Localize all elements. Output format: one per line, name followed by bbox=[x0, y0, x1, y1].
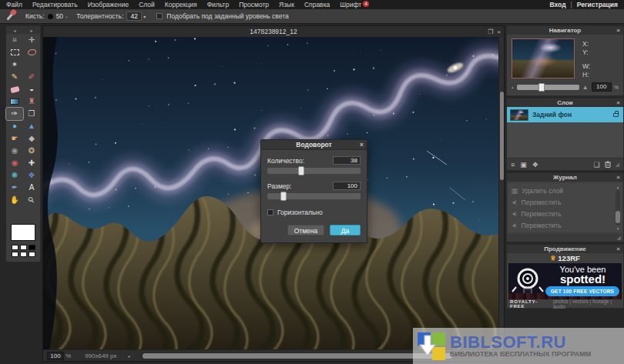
menu-item-9[interactable]: Справка bbox=[304, 1, 330, 8]
navigator-zoom-thumb[interactable] bbox=[538, 83, 545, 92]
pinch-tool[interactable]: ❖ bbox=[23, 169, 40, 182]
line-tool[interactable]: ✒ bbox=[6, 182, 23, 194]
background-layer-row[interactable]: Задний фон bbox=[507, 107, 623, 122]
dialog-close-icon[interactable]: × bbox=[360, 140, 364, 150]
media-categories[interactable]: photos | vectors | footage | audio bbox=[553, 299, 620, 309]
swatch-5[interactable] bbox=[20, 252, 27, 257]
layers-close-icon[interactable]: × bbox=[616, 99, 620, 107]
zoom-out-icon[interactable]: ▴ bbox=[512, 85, 514, 89]
layer-style-icon[interactable]: ❖ bbox=[532, 161, 538, 169]
vertical-scrollbar-thumb[interactable] bbox=[500, 92, 504, 180]
register-link[interactable]: Регистрация bbox=[577, 1, 618, 8]
hscroll-left-icon[interactable]: ◂ bbox=[128, 353, 130, 359]
marquee-tool[interactable] bbox=[6, 46, 23, 58]
palette-right-icon[interactable]: ▸ bbox=[30, 28, 32, 33]
amount-slider-thumb[interactable] bbox=[298, 166, 304, 175]
layer-settings-icon[interactable]: ≡ bbox=[511, 161, 515, 169]
brush-preview-icon[interactable] bbox=[48, 14, 53, 19]
gradient-tool[interactable] bbox=[6, 95, 23, 108]
canvas-vertical-scrollbar[interactable] bbox=[498, 37, 504, 349]
layers-resize-grip-icon[interactable]: ◢ bbox=[616, 162, 619, 168]
navigator-thumbnail[interactable] bbox=[512, 38, 575, 78]
sharpen-tool[interactable]: ▲ bbox=[23, 120, 40, 132]
layer-lock-icon[interactable] bbox=[613, 113, 619, 117]
menu-item-1[interactable]: Файл bbox=[6, 1, 22, 8]
zoom-tool[interactable]: ⚲ bbox=[23, 194, 40, 206]
horizontal-checkbox[interactable] bbox=[267, 209, 273, 215]
dialog-titlebar[interactable]: Водоворот × bbox=[261, 140, 367, 150]
eraser-tool[interactable] bbox=[6, 83, 23, 95]
menu-item-4[interactable]: Слой bbox=[139, 1, 155, 8]
delete-layer-trash-icon[interactable] bbox=[605, 161, 611, 168]
promo-brand-row[interactable]: ♕ 123RF bbox=[507, 253, 623, 263]
history-item-2[interactable]: ➤Переместить bbox=[512, 196, 620, 208]
layers-titlebar[interactable]: Слои × bbox=[507, 99, 623, 107]
pencil-tool[interactable]: ✎ bbox=[6, 71, 23, 83]
primary-color-swatch[interactable] bbox=[11, 224, 35, 241]
brush-tool[interactable]: ✐ bbox=[23, 71, 40, 83]
menu-item-10[interactable]: Шрифт4 bbox=[340, 1, 369, 8]
login-link[interactable]: Вход bbox=[550, 1, 566, 8]
menu-item-5[interactable]: Коррекция bbox=[165, 1, 197, 8]
size-slider[interactable] bbox=[267, 193, 361, 199]
history-resize-grip-icon[interactable]: ◢ bbox=[617, 235, 621, 241]
brush-size-value[interactable]: 50 bbox=[56, 12, 63, 20]
zoom-level-box[interactable]: 100 bbox=[47, 352, 64, 360]
history-scroll-up-icon[interactable]: ▴ bbox=[617, 185, 619, 189]
navigator-close-icon[interactable]: × bbox=[616, 26, 620, 35]
size-input[interactable]: 100 bbox=[333, 182, 361, 190]
type-tool[interactable]: A bbox=[23, 182, 40, 194]
crop-tool[interactable]: ⌗ bbox=[6, 34, 23, 46]
tolerance-input[interactable]: 42 bbox=[126, 12, 142, 21]
wand-tool[interactable]: ✶ bbox=[6, 58, 23, 71]
history-item-1[interactable]: ▦Удалить слой bbox=[512, 185, 620, 196]
swatch-2[interactable] bbox=[20, 245, 27, 250]
menu-item-3[interactable]: Изображение bbox=[88, 1, 129, 8]
swatch-1[interactable] bbox=[12, 245, 18, 250]
history-item-4[interactable]: ➤Переместить bbox=[512, 219, 620, 231]
stamp-tool[interactable]: ♜ bbox=[23, 95, 40, 108]
promo-close-icon[interactable]: × bbox=[616, 245, 620, 253]
swatch-3[interactable] bbox=[29, 245, 35, 250]
menu-item-2[interactable]: Редактировать bbox=[32, 1, 78, 8]
brush-size-spinner-icon[interactable]: ⌄ bbox=[65, 14, 69, 18]
draw-tool[interactable]: ✑ bbox=[6, 108, 23, 120]
ok-button[interactable]: Да bbox=[330, 225, 361, 235]
tolerance-dropdown-icon[interactable]: ▾ bbox=[143, 14, 146, 19]
history-scrollbar[interactable]: ▴ ▾ bbox=[615, 185, 621, 231]
zoom-in-icon[interactable]: ▲ bbox=[582, 84, 589, 91]
bucket-tool[interactable]: ◒ bbox=[23, 83, 40, 95]
menu-item-8[interactable]: Язык bbox=[279, 1, 294, 8]
finger-tool[interactable]: ☛ bbox=[6, 132, 23, 145]
history-scroll-thumb[interactable] bbox=[616, 211, 620, 223]
new-layer-icon[interactable]: ❏ bbox=[594, 161, 600, 169]
horizontal-scrollbar-thumb[interactable] bbox=[143, 353, 452, 359]
palette-left-icon[interactable]: ◂ bbox=[13, 28, 15, 33]
navigator-zoom-value[interactable]: 100 bbox=[592, 82, 612, 92]
red-eye-tool[interactable]: ◉ bbox=[6, 157, 23, 169]
image-window-titlebar[interactable]: 1478238912_12 ❐ × bbox=[43, 26, 504, 37]
blur-tool[interactable]: ● bbox=[6, 120, 23, 132]
history-scroll-down-icon[interactable]: ▾ bbox=[617, 226, 619, 231]
cancel-button[interactable]: Отмена bbox=[287, 225, 324, 235]
menu-item-7[interactable]: Просмотр bbox=[239, 1, 269, 8]
layer-mask-icon[interactable]: ▣ bbox=[520, 161, 527, 169]
size-slider-thumb[interactable] bbox=[280, 192, 287, 201]
get-vectors-button[interactable]: GET 100 FREE VECTORS bbox=[545, 286, 619, 296]
amount-slider[interactable] bbox=[267, 168, 361, 174]
history-titlebar[interactable]: Журнал × bbox=[507, 173, 623, 182]
hand-tool[interactable]: ✋ bbox=[6, 194, 23, 206]
navigator-zoom-slider[interactable] bbox=[517, 85, 579, 90]
swatch-6[interactable] bbox=[29, 252, 35, 257]
window-restore-icon[interactable]: ❐ bbox=[488, 28, 493, 35]
burn-tool[interactable]: ❂ bbox=[23, 145, 40, 157]
swatch-4[interactable] bbox=[12, 252, 18, 257]
bloat-tool[interactable]: ❋ bbox=[6, 169, 23, 182]
history-item-3[interactable]: ➤Переместить bbox=[512, 208, 620, 219]
move-tool[interactable]: ✛ bbox=[23, 34, 40, 46]
match-light-checkbox[interactable] bbox=[156, 13, 163, 19]
amount-input[interactable]: 38 bbox=[333, 156, 361, 165]
lasso-tool[interactable] bbox=[23, 46, 40, 58]
smudge-paper-tool[interactable]: ❒ bbox=[23, 108, 40, 120]
window-close-icon[interactable]: × bbox=[497, 28, 501, 35]
